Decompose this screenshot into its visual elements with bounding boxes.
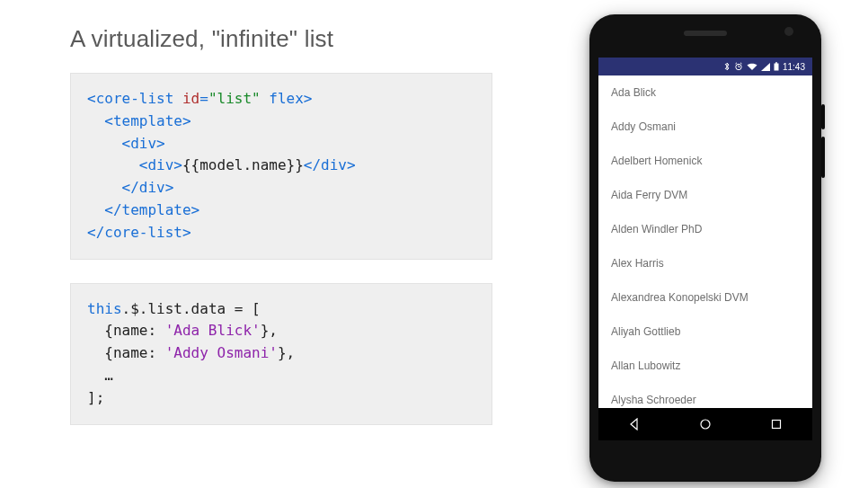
code-token: = [: [226, 300, 261, 317]
code-token: .$.: [122, 300, 148, 317]
phone-mockup: 11:43 Ada BlickAddy OsmaniAdelbert Homen…: [589, 14, 821, 482]
list-item[interactable]: Aida Ferry DVM: [598, 178, 812, 212]
code-token: <div>: [87, 156, 182, 173]
phone-side-button: [821, 137, 825, 178]
alarm-icon: [734, 62, 743, 71]
code-token: <template>: [87, 112, 191, 129]
list-item[interactable]: Alexandrea Konopelski DVM: [598, 280, 812, 315]
code-token: :: [147, 322, 164, 339]
code-token: list: [147, 300, 182, 317]
code-token: {{model.name}}: [182, 156, 304, 173]
bluetooth-icon: [723, 62, 731, 71]
code-token: <div>: [87, 135, 165, 152]
code-token: :: [147, 344, 164, 361]
signal-icon: [761, 63, 770, 71]
nav-home-icon[interactable]: [698, 417, 713, 431]
phone-screen: 11:43 Ada BlickAddy OsmaniAdelbert Homen…: [598, 58, 812, 440]
code-token: </core-list>: [87, 224, 191, 241]
status-bar: 11:43: [598, 58, 812, 75]
code-token: name: [113, 322, 148, 339]
code-token: {: [87, 344, 113, 361]
code-token: </div>: [87, 179, 173, 196]
list-item[interactable]: Aliyah Gottlieb: [598, 315, 812, 349]
list-item[interactable]: Ada Blick: [598, 75, 812, 110]
nav-back-icon[interactable]: [627, 417, 642, 431]
contact-list[interactable]: Ada BlickAddy OsmaniAdelbert HomenickAid…: [598, 75, 812, 408]
svg-rect-4: [773, 421, 781, 429]
code-token: },: [278, 344, 295, 361]
code-token: 'Addy Osmani': [165, 344, 278, 361]
code-token: this: [87, 300, 122, 317]
code-token: <core-list: [87, 90, 173, 107]
list-item[interactable]: Alden Windler PhD: [598, 212, 812, 246]
list-item[interactable]: Alysha Schroeder: [598, 383, 812, 408]
code-token: {: [87, 322, 113, 339]
nav-recent-icon[interactable]: [769, 417, 784, 431]
svg-point-3: [701, 420, 710, 429]
code-block-html: <core-list id="list" flex> <template> <d…: [70, 73, 492, 260]
code-block-js: this.$.list.data = [ {name: 'Ada Blick'}…: [70, 283, 492, 425]
code-token: =: [199, 90, 208, 107]
list-item[interactable]: Alex Harris: [598, 246, 812, 280]
list-item[interactable]: Adelbert Homenick: [598, 144, 812, 178]
code-token: </template>: [87, 201, 199, 218]
android-nav-bar: [598, 408, 812, 440]
code-token: ];: [87, 389, 104, 406]
code-token: name: [113, 344, 148, 361]
status-time: 11:43: [783, 62, 805, 72]
code-token: …: [87, 367, 113, 384]
svg-rect-1: [774, 64, 778, 71]
code-token: data: [191, 300, 226, 317]
wifi-icon: [747, 63, 757, 71]
code-token: id: [173, 90, 199, 107]
code-token: </div>: [304, 156, 356, 173]
battery-icon: [774, 62, 779, 71]
phone-side-button: [821, 104, 825, 129]
svg-rect-2: [775, 62, 777, 64]
code-token: "list": [208, 90, 261, 107]
code-token: .: [182, 300, 191, 317]
code-token: 'Ada Blick': [165, 322, 261, 339]
list-item[interactable]: Allan Lubowitz: [598, 349, 812, 383]
slide-title: A virtualized, "infinite" list: [70, 25, 554, 53]
code-token: },: [261, 322, 278, 339]
list-item[interactable]: Addy Osmani: [598, 110, 812, 144]
code-token: flex>: [261, 90, 313, 107]
